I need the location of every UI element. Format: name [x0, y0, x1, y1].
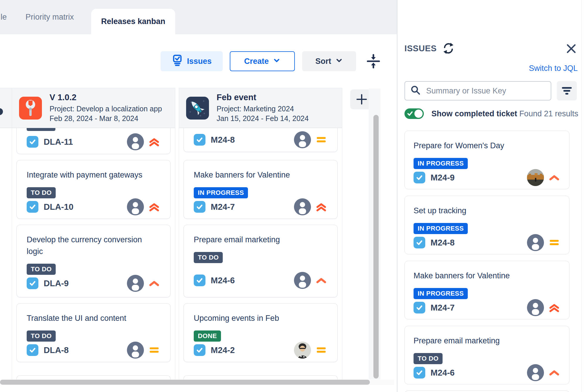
issue-key: DLA-9: [44, 279, 69, 288]
column-header: Feb event Project: Marketing 2024 Jan 15…: [179, 88, 342, 128]
issue-card-footer: M24-7: [414, 299, 560, 316]
issue-card-clipped[interactable]: [16, 375, 171, 379]
priority-medium-icon: [548, 236, 560, 249]
issue-card-footer: DLA-11: [27, 133, 160, 150]
status-badge: IN PROGRESS: [194, 187, 248, 198]
subtask-checkbox-icon: [414, 367, 425, 379]
subtask-checkbox-icon: [414, 302, 425, 313]
filter-icon: [561, 86, 573, 96]
assignee-avatar-icon[interactable]: [294, 272, 311, 289]
issues-stack-icon: [172, 54, 183, 69]
issue-card-clipped[interactable]: [183, 375, 338, 379]
status-badge: TO DO: [27, 187, 56, 198]
issue-card-footer: M24-6: [194, 272, 327, 289]
issue-key: M24-6: [211, 276, 235, 285]
column-dates: Jan 15, 2024 - Feb 14, 2024: [217, 114, 309, 123]
assignee-avatar-photo[interactable]: [527, 169, 544, 186]
issue-title: Upcoming events in Feb: [194, 312, 327, 324]
chevron-down-icon: [273, 57, 280, 66]
issue-card[interactable]: Prepare for Women's Day IN PROGRESS M24-…: [404, 131, 569, 189]
issue-title: Make banners for Valentine: [194, 169, 327, 181]
assignee-avatar-photo[interactable]: [294, 342, 311, 359]
tab-releases-kanban[interactable]: Releases kanban: [91, 9, 175, 34]
assignee-avatar-icon[interactable]: [294, 198, 311, 215]
issue-card[interactable]: Prepare email marketing TO DO M24-6: [404, 326, 569, 384]
issue-title: Prepare email marketing: [414, 335, 560, 347]
priority-medium-icon: [148, 344, 160, 356]
collapse-vertical-icon[interactable]: [365, 53, 382, 69]
column-body: DLA-11 Integrate with payment gatewaysTO…: [12, 128, 175, 379]
switch-to-jql-link[interactable]: Switch to JQL: [529, 64, 578, 73]
board-vertical-scrollbar[interactable]: [373, 115, 379, 379]
rocket-icon: [186, 97, 209, 120]
issue-key: M24-8: [431, 238, 455, 248]
close-icon[interactable]: [565, 42, 577, 55]
issue-key: M24-2: [211, 345, 235, 355]
priority-medium-icon: [315, 134, 327, 146]
subtask-checkbox-icon: [194, 275, 205, 286]
kanban-column: Feb event Project: Marketing 2024 Jan 15…: [179, 88, 342, 379]
status-badge-clipped: [27, 128, 55, 131]
assignee-avatar-icon[interactable]: [127, 133, 144, 150]
assignee-avatar-icon[interactable]: [127, 275, 144, 292]
toggle-knob: [414, 110, 423, 118]
wrench-icon: [19, 97, 42, 120]
create-button[interactable]: Create: [230, 51, 295, 71]
assignee-avatar-icon[interactable]: [527, 234, 544, 251]
sort-button[interactable]: Sort: [302, 51, 356, 71]
kanban-columns: V 1.0.2 Project: Develop a localization …: [12, 88, 342, 379]
issue-card[interactable]: Upcoming events in FebDONE M24-2: [183, 303, 338, 362]
results-count: Found 21 results: [519, 109, 578, 118]
issue-card[interactable]: M24-8: [183, 128, 338, 152]
issue-key: DLA-8: [44, 345, 69, 355]
issues-button-label: Issues: [187, 57, 212, 66]
issue-search-box: [404, 81, 551, 100]
issue-card[interactable]: Translate the UI and contentTO DO DLA-8: [16, 303, 171, 362]
tab-clipped[interactable]: le: [1, 0, 7, 34]
issue-card[interactable]: Develop the currency conversion logicTO …: [16, 225, 171, 297]
search-input[interactable]: [426, 86, 545, 96]
issues-button[interactable]: Issues: [161, 51, 223, 71]
subtask-checkbox-icon: [27, 344, 38, 356]
previous-column-header-clipped: [0, 88, 12, 128]
priority-highest-icon: [148, 201, 160, 213]
assignee-avatar-icon[interactable]: [294, 131, 311, 148]
assignee-avatar-icon[interactable]: [127, 198, 144, 215]
priority-medium-icon: [315, 344, 327, 356]
issue-card[interactable]: Set up tracking IN PROGRESS M24-8: [404, 196, 569, 254]
issue-card[interactable]: Make banners for Valentine IN PROGRESS M…: [404, 261, 569, 319]
column-title: Feb event: [217, 93, 309, 102]
panel-right-divider: [581, 0, 582, 392]
create-button-label: Create: [244, 57, 269, 66]
subtask-checkbox-icon: [27, 277, 38, 289]
issue-key: M24-7: [211, 202, 235, 212]
issue-key: DLA-11: [44, 137, 73, 147]
issue-card[interactable]: Integrate with payment gatewaysTO DO DLA…: [16, 160, 171, 219]
status-badge: TO DO: [194, 252, 223, 263]
show-completed-toggle[interactable]: [404, 108, 424, 119]
priority-high-icon: [315, 274, 327, 287]
issue-title: Set up tracking: [414, 205, 560, 217]
issues-panel: ISSUES Switch to JQL: [397, 0, 585, 392]
tab-bar: le Priority matrix Releases kanban: [0, 0, 397, 34]
column-project: Project: Develop a localization app: [50, 104, 162, 114]
toggle-row: Show completed ticket Found 21 results: [404, 108, 578, 120]
issue-card-clipped[interactable]: [404, 391, 569, 392]
assignee-avatar-icon[interactable]: [127, 342, 144, 359]
issue-card[interactable]: DLA-11: [16, 128, 171, 154]
tab-priority-matrix[interactable]: Priority matrix: [25, 0, 74, 34]
column-project: Project: Marketing 2024: [217, 104, 309, 114]
issue-card[interactable]: Make banners for ValentineIN PROGRESS M2…: [183, 160, 338, 219]
priority-high-icon: [548, 171, 560, 184]
issues-panel-title: ISSUES: [404, 44, 437, 53]
issue-card[interactable]: Prepare email marketingTO DO M24-6: [183, 225, 338, 297]
assignee-avatar-icon[interactable]: [527, 364, 544, 381]
board-horizontal-scrollbar[interactable]: [0, 380, 370, 385]
filter-button[interactable]: [557, 81, 577, 100]
issue-card-footer: DLA-9: [27, 275, 160, 292]
status-badge: IN PROGRESS: [414, 223, 468, 234]
assignee-avatar-icon[interactable]: [527, 299, 544, 316]
column-dates: Feb 28, 2024 - Mar 8, 2024: [50, 114, 162, 123]
refresh-icon[interactable]: [442, 42, 455, 55]
subtask-checkbox-icon: [27, 136, 38, 148]
